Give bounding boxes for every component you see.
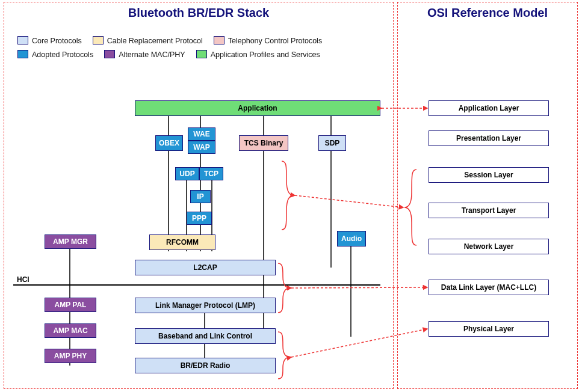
box-application: Application — [135, 100, 380, 116]
box-amp-pal: AMP PAL — [45, 298, 96, 312]
legend-amp: Alternate MAC/PHY — [104, 50, 185, 59]
legend-app-profiles: Application Profiles and Services — [196, 50, 320, 59]
box-radio: BR/EDR Radio — [135, 358, 276, 373]
box-tcs: TCS Binary — [239, 135, 288, 151]
left-panel-title: Bluetooth BR/EDR Stack — [4, 6, 393, 20]
box-ip: IP — [190, 190, 211, 203]
box-baseband: Baseband and Link Control — [135, 328, 276, 344]
hci-line — [13, 284, 380, 286]
osi-transport: Transport Layer — [429, 203, 549, 218]
osi-network: Network Layer — [429, 239, 549, 254]
box-audio: Audio — [337, 231, 366, 247]
box-amp-phy: AMP PHY — [45, 349, 96, 363]
osi-presentation: Presentation Layer — [429, 130, 549, 146]
box-wae: WAE — [188, 127, 215, 141]
box-l2cap: L2CAP — [135, 260, 276, 275]
box-amp-mgr: AMP MGR — [45, 234, 96, 249]
box-ppp: PPP — [187, 212, 212, 225]
legend-telephony: Telephony Control Protocols — [214, 36, 322, 45]
box-amp-mac: AMP MAC — [45, 323, 96, 338]
box-wap: WAP — [188, 141, 215, 154]
box-tcp: TCP — [199, 167, 223, 180]
box-sdp: SDP — [318, 135, 346, 151]
box-lmp: Link Manager Protocol (LMP) — [135, 298, 276, 313]
box-obex: OBEX — [155, 135, 183, 151]
osi-datalink: Data Link Layer (MAC+LLC) — [429, 280, 549, 295]
box-rfcomm: RFCOMM — [149, 234, 215, 250]
legend-adopted: Adopted Protocols — [17, 50, 93, 59]
hci-label: HCI — [17, 275, 29, 284]
osi-physical: Physical Layer — [429, 321, 549, 337]
osi-session: Session Layer — [429, 167, 549, 183]
box-udp: UDP — [175, 167, 199, 180]
legend-cable: Cable Replacement Protocol — [93, 36, 203, 45]
osi-application: Application Layer — [429, 100, 549, 116]
legend-core: Core Protocols — [17, 36, 82, 45]
legend: Core Protocols Cable Replacement Protoco… — [17, 36, 322, 64]
right-panel-title: OSI Reference Model — [398, 6, 577, 20]
